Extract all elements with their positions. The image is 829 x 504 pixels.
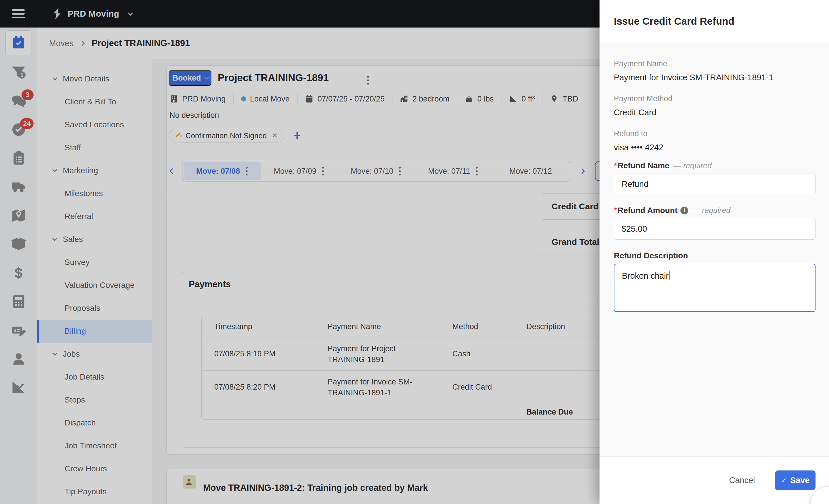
- payment-name-label: Payment Name: [614, 59, 816, 69]
- refund-name-label: *Refund Name — required: [614, 161, 816, 170]
- refund-amount-input[interactable]: [614, 218, 816, 240]
- info-icon[interactable]: i: [680, 207, 688, 215]
- refund-description-textarea[interactable]: Broken chair: [614, 264, 816, 312]
- required-asterisk: *: [614, 206, 617, 215]
- refund-amount-label: *Refund Amount i — required: [614, 206, 816, 215]
- refund-to-label: Refund to: [614, 129, 816, 139]
- save-button[interactable]: ✓ Save: [775, 470, 816, 490]
- refund-description-value: Broken chair: [622, 271, 669, 280]
- save-label: Save: [790, 476, 810, 485]
- payment-name-value: Payment for Invoice SM-TRAINING-1891-1: [614, 72, 816, 83]
- refund-name-input[interactable]: [614, 173, 816, 195]
- payment-method-label: Payment Method: [614, 94, 816, 104]
- required-suffix: — required: [673, 161, 712, 170]
- drawer-footer: Cancel ✓ Save: [600, 456, 829, 504]
- check-icon: ✓: [781, 476, 787, 484]
- refund-to-value: visa •••• 4242: [614, 142, 816, 153]
- payment-method-value: Credit Card: [614, 107, 816, 118]
- text-cursor: [669, 271, 670, 280]
- refund-description-label: Refund Description: [614, 251, 816, 260]
- app-root: PRD Moving $ 3 24: [0, 0, 829, 504]
- drawer-header: Issue Credit Card Refund: [600, 0, 829, 42]
- drawer-body: Payment Name Payment for Invoice SM-TRAI…: [600, 43, 829, 456]
- cancel-button[interactable]: Cancel: [729, 476, 755, 485]
- refund-drawer: Issue Credit Card Refund Payment Name Pa…: [600, 0, 829, 504]
- drawer-title: Issue Credit Card Refund: [614, 15, 734, 27]
- modal-scrim[interactable]: [0, 0, 600, 504]
- required-asterisk: *: [614, 161, 617, 170]
- required-suffix: — required: [692, 206, 731, 215]
